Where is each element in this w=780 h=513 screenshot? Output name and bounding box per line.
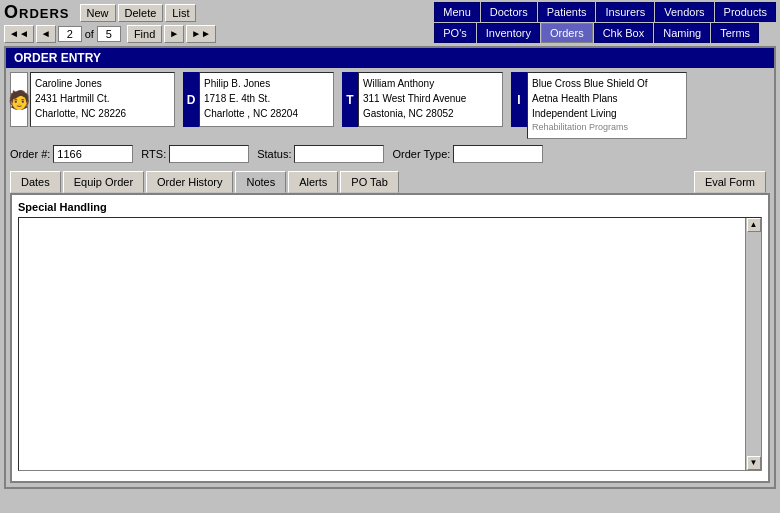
insurer-info-box: Blue Cross Blue Shield Of Aetna Health P… — [527, 72, 687, 139]
status-input[interactable] — [294, 145, 384, 163]
scroll-down-button[interactable]: ▼ — [747, 456, 761, 470]
therapist-card: T William Anthony 311 West Third Avenue … — [342, 72, 503, 127]
tab-pos[interactable]: PO's — [434, 23, 476, 43]
nav-last-button[interactable]: ►► — [186, 25, 216, 43]
tab-chkbox[interactable]: Chk Box — [594, 23, 654, 43]
patient-info-box: Caroline Jones 2431 Hartmill Ct. Charlot… — [30, 72, 175, 127]
tab-patients[interactable]: Patients — [538, 2, 596, 22]
therapist-city: Gastonia, NC 28052 — [363, 106, 498, 121]
page-current[interactable] — [58, 26, 82, 42]
tab-equip-order[interactable]: Equip Order — [63, 171, 144, 193]
find-button[interactable]: Find — [127, 25, 162, 43]
tab-vendors[interactable]: Vendors — [655, 2, 713, 22]
patient-card: 🧑 Caroline Jones 2431 Hartmill Ct. Charl… — [10, 72, 175, 127]
tab-naming[interactable]: Naming — [654, 23, 710, 43]
content-panel: Special Handling ▲ ▼ — [10, 193, 770, 483]
scroll-up-button[interactable]: ▲ — [747, 218, 761, 232]
special-handling-label: Special Handling — [18, 201, 762, 213]
tab-eval-form[interactable]: Eval Form — [694, 171, 766, 193]
order-type-label: Order Type: — [392, 148, 450, 160]
nav-prev-button[interactable]: ◄ — [36, 25, 56, 43]
nav-next-button[interactable]: ► — [164, 25, 184, 43]
doctor-address: 1718 E. 4th St. — [204, 91, 329, 106]
insurer-card: I Blue Cross Blue Shield Of Aetna Health… — [511, 72, 687, 139]
new-button[interactable]: New — [80, 4, 116, 22]
therapist-info-box: William Anthony 311 West Third Avenue Ga… — [358, 72, 503, 127]
insurer-line2: Aetna Health Plans — [532, 91, 682, 106]
tab-alerts[interactable]: Alerts — [288, 171, 338, 193]
insurer-line3: Independent Living — [532, 106, 682, 121]
order-entry-header: ORDER ENTRY — [6, 48, 774, 68]
tab-inventory[interactable]: Inventory — [477, 23, 540, 43]
patient-address: 2431 Hartmill Ct. — [35, 91, 170, 106]
insurer-line4: Rehabilitation Programs — [532, 121, 682, 135]
tab-products[interactable]: Products — [715, 2, 776, 22]
patient-city: Charlotte, NC 28226 — [35, 106, 170, 121]
tab-order-history[interactable]: Order History — [146, 171, 233, 193]
tab-terms[interactable]: Terms — [711, 23, 759, 43]
insurer-label: I — [511, 72, 527, 127]
patient-icon: 🧑 — [10, 72, 28, 127]
scroll-track-area — [746, 232, 761, 456]
doctor-name: Philip B. Jones — [204, 76, 329, 91]
rts-label: RTS: — [141, 148, 166, 160]
doctor-label: D — [183, 72, 199, 127]
tab-doctors[interactable]: Doctors — [481, 2, 537, 22]
tab-insurers[interactable]: Insurers — [596, 2, 654, 22]
special-handling-textarea[interactable] — [19, 218, 745, 470]
delete-button[interactable]: Delete — [118, 4, 164, 22]
nav-first-button[interactable]: ◄◄ — [4, 25, 34, 43]
patient-name: Caroline Jones — [35, 76, 170, 91]
scrollbar-vertical[interactable]: ▲ ▼ — [745, 218, 761, 470]
rts-input[interactable] — [169, 145, 249, 163]
tab-orders[interactable]: Orders — [541, 23, 593, 43]
tab-dates[interactable]: Dates — [10, 171, 61, 193]
page-total — [97, 26, 121, 42]
list-button[interactable]: List — [165, 4, 196, 22]
status-label: Status: — [257, 148, 291, 160]
order-type-input[interactable] — [453, 145, 543, 163]
doctor-info-box: Philip B. Jones 1718 E. 4th St. Charlott… — [199, 72, 334, 127]
order-number-label: Order #: — [10, 148, 50, 160]
app-title: Orders — [4, 2, 70, 23]
page-of-label: of — [85, 28, 94, 40]
tab-menu[interactable]: Menu — [434, 2, 480, 22]
therapist-address: 311 West Third Avenue — [363, 91, 498, 106]
insurer-line1: Blue Cross Blue Shield Of — [532, 76, 682, 91]
doctor-city: Charlotte , NC 28204 — [204, 106, 329, 121]
doctor-card: D Philip B. Jones 1718 E. 4th St. Charlo… — [183, 72, 334, 127]
order-number-input[interactable] — [53, 145, 133, 163]
therapist-label: T — [342, 72, 358, 127]
tab-notes[interactable]: Notes — [235, 171, 286, 193]
tab-po-tab[interactable]: PO Tab — [340, 171, 399, 193]
therapist-name: William Anthony — [363, 76, 498, 91]
